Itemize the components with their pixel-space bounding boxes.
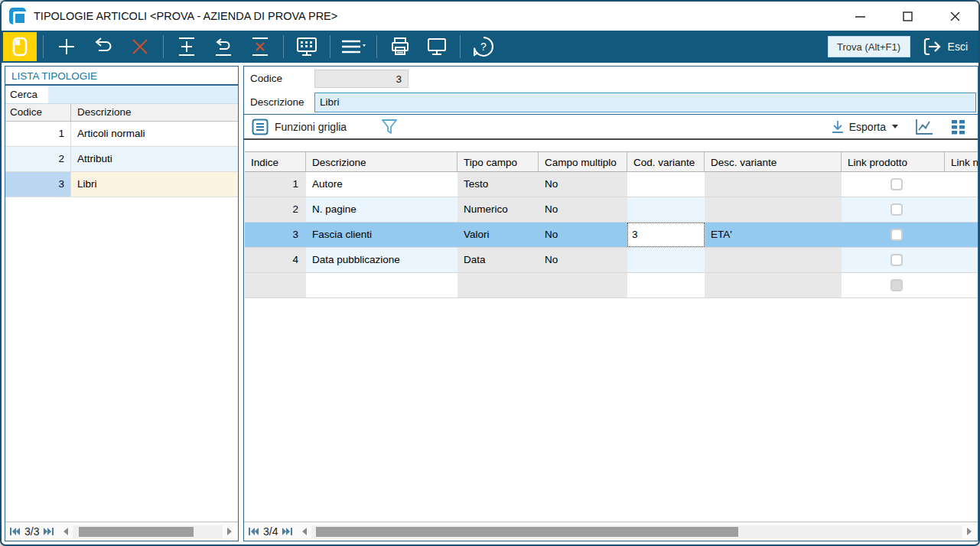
left-hscrollbar-thumb[interactable] <box>79 527 194 537</box>
link-prodotto-checkbox[interactable] <box>890 203 903 216</box>
search-input[interactable] <box>48 86 238 103</box>
row-insert-button[interactable] <box>170 33 203 60</box>
grid-cell-campo-multiplo[interactable]: No <box>539 197 627 222</box>
maximize-button[interactable] <box>884 2 931 31</box>
detail-form: Codice 3 Descrizione Libri <box>244 67 978 115</box>
grid-cell-desc-variante[interactable] <box>705 273 842 297</box>
grid-cell-link-nu[interactable] <box>945 223 978 247</box>
grid-column-header[interactable]: Indice <box>245 152 306 171</box>
row-revert-button[interactable] <box>207 33 240 60</box>
list-item-descrizione: Attributi <box>71 147 238 171</box>
add-button[interactable] <box>50 33 83 60</box>
print-button[interactable] <box>383 33 417 60</box>
grid-cell-desc-variante[interactable] <box>705 248 842 272</box>
grid-row[interactable]: 1AutoreTestoNo <box>245 172 978 197</box>
grid-row[interactable]: 2N. pagineNumericoNo <box>245 197 978 223</box>
link-prodotto-checkbox[interactable] <box>890 254 903 266</box>
app-menu-button[interactable] <box>3 32 37 61</box>
row-delete-button[interactable] <box>243 33 277 60</box>
app-logo-icon <box>11 36 29 57</box>
left-hscrollbar[interactable] <box>73 525 223 538</box>
esci-button[interactable]: Esci <box>923 37 968 57</box>
link-prodotto-checkbox[interactable] <box>890 178 903 190</box>
scroll-right-arrow[interactable] <box>226 528 233 535</box>
last-record-icon[interactable] <box>44 527 54 536</box>
menu-button[interactable] <box>337 33 370 60</box>
filter-icon[interactable] <box>382 119 397 135</box>
grid-column-header[interactable]: Link nu <box>945 152 978 171</box>
undo-button[interactable] <box>86 33 120 60</box>
grid-cell-link-nu[interactable] <box>945 273 978 297</box>
grid-cell-indice: 1 <box>245 172 306 197</box>
grid-cell-tipo-campo[interactable]: Valori <box>457 223 539 247</box>
descrizione-input[interactable]: Libri <box>314 93 976 112</box>
minimize-button[interactable] <box>836 2 884 31</box>
scroll-right-arrow[interactable] <box>965 528 973 535</box>
esporta-button[interactable]: Esporta <box>831 120 898 134</box>
grid-cell-descrizione[interactable]: Fascia clienti <box>306 223 457 247</box>
trova-search-button[interactable]: Trova (Alt+F1) <box>828 36 910 57</box>
grid-cell-link-nu[interactable] <box>945 197 978 222</box>
grid-cell-campo-multiplo[interactable]: No <box>539 248 627 272</box>
delete-button[interactable] <box>123 33 157 60</box>
grid-cell-descrizione[interactable]: Autore <box>306 172 457 197</box>
grid-cell-desc-variante[interactable] <box>705 197 842 222</box>
funzioni-griglia-button[interactable]: Funzioni griglia <box>252 119 347 135</box>
grid-cell-descrizione[interactable] <box>306 273 457 297</box>
last-record-icon[interactable] <box>282 527 293 536</box>
first-record-icon[interactable] <box>9 527 20 536</box>
grid-cell-desc-variante[interactable] <box>705 172 842 197</box>
chart-view-icon[interactable] <box>915 119 933 135</box>
grid-column-header[interactable]: Tipo campo <box>457 152 539 171</box>
grid-cell-cod-variante[interactable] <box>627 197 705 222</box>
list-header-codice[interactable]: Codice <box>5 104 71 121</box>
scroll-left-arrow[interactable] <box>62 528 70 535</box>
grid-cell-link-nu[interactable] <box>945 172 978 197</box>
funzioni-griglia-label: Funzioni griglia <box>275 121 347 133</box>
grid-row[interactable]: 3Fascia clientiValoriNo3ETA' <box>245 223 978 248</box>
grid-hscrollbar-thumb[interactable] <box>316 527 738 537</box>
scroll-left-arrow[interactable] <box>301 528 308 535</box>
grid-record-nav: 3/4 <box>244 522 978 541</box>
list-item[interactable]: 1Articoli normali <box>5 122 238 147</box>
monitor-icon <box>426 36 448 57</box>
grid-cell-cod-variante[interactable]: 3 <box>627 223 705 247</box>
grid-cell-descrizione[interactable]: Data pubblicazione <box>306 248 457 272</box>
grid-cell-descrizione[interactable]: N. pagine <box>306 197 457 222</box>
app-logo-icon <box>9 8 26 24</box>
grid-cell-link-nu[interactable] <box>945 248 978 272</box>
esporta-label: Esporta <box>849 121 886 133</box>
monitor-button[interactable] <box>420 33 454 60</box>
grid-column-header[interactable]: Cod. variante <box>627 152 705 171</box>
help-button[interactable]: ? <box>467 33 500 60</box>
grid-column-header[interactable]: Link prodotto <box>842 152 945 171</box>
grid-cell-campo-multiplo[interactable] <box>539 273 627 297</box>
grid-cell-campo-multiplo[interactable]: No <box>539 172 627 197</box>
grid-row[interactable]: 4Data pubblicazioneDataNo <box>245 248 978 273</box>
list-item[interactable]: 2Attributi <box>5 147 238 172</box>
first-record-icon[interactable] <box>248 527 259 536</box>
grid-row[interactable] <box>245 273 978 298</box>
list-item[interactable]: 3Libri <box>5 172 238 197</box>
grid-cell-tipo-campo[interactable]: Testo <box>457 172 539 197</box>
card-view-icon[interactable] <box>950 119 967 135</box>
grid-cell-tipo-campo[interactable]: Numerico <box>457 197 539 222</box>
close-button[interactable] <box>931 2 978 31</box>
virtual-keyboard-button[interactable] <box>290 33 324 60</box>
link-prodotto-checkbox[interactable] <box>890 279 903 291</box>
grid-cell-tipo-campo[interactable] <box>457 273 539 297</box>
link-prodotto-checkbox[interactable] <box>890 229 903 241</box>
grid-cell-campo-multiplo[interactable]: No <box>539 223 627 247</box>
grid-cell-cod-variante[interactable] <box>627 172 705 197</box>
grid-cell-cod-variante[interactable] <box>627 273 705 297</box>
grid-column-header[interactable]: Desc. variante <box>705 152 842 171</box>
codice-field: 3 <box>314 70 409 88</box>
list-header-descrizione[interactable]: Descrizione <box>71 104 238 121</box>
grid-record-count: 3/4 <box>263 525 278 538</box>
grid-column-header[interactable]: Descrizione <box>306 152 457 171</box>
grid-cell-tipo-campo[interactable]: Data <box>457 248 539 272</box>
grid-column-header[interactable]: Campo multiplo <box>539 152 627 171</box>
grid-cell-desc-variante[interactable]: ETA' <box>705 223 842 247</box>
grid-cell-cod-variante[interactable] <box>627 248 705 272</box>
grid-hscrollbar[interactable] <box>311 525 962 538</box>
